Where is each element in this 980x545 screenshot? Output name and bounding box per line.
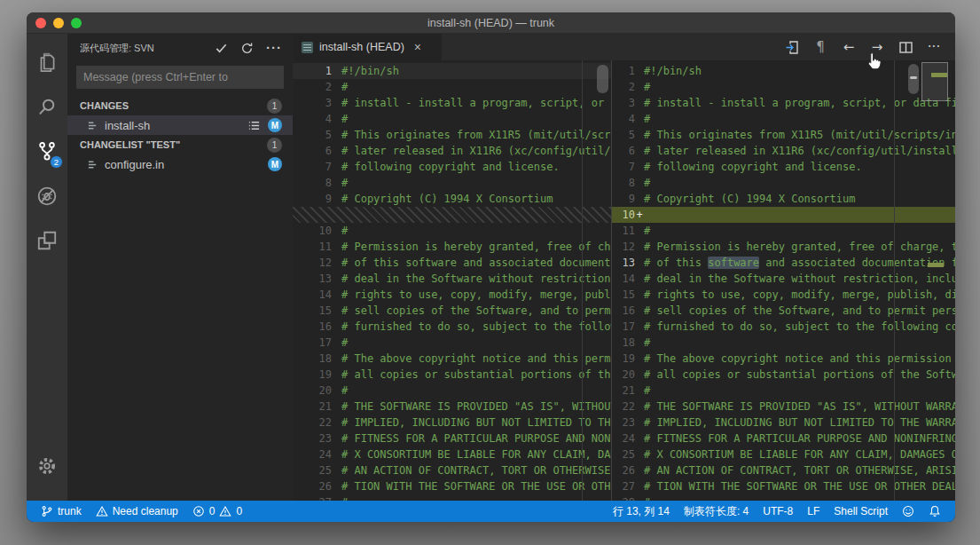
scrollbar[interactable] bbox=[597, 65, 608, 93]
code-line[interactable]: 24# FITNESS FOR A PARTICULAR PURPOSE AND… bbox=[612, 430, 955, 446]
code-line[interactable]: 1#!/bin/sh bbox=[612, 63, 955, 79]
tab-install-sh-head[interactable]: install-sh (HEAD) × bbox=[293, 34, 442, 60]
code-line[interactable]: 4# bbox=[612, 111, 955, 127]
code-line[interactable]: 26# TION WITH THE SOFTWARE OR THE USE OR… bbox=[293, 478, 611, 494]
code-line[interactable]: 23# IMPLIED, INCLUDING BUT NOT LIMITED T… bbox=[612, 415, 955, 430]
code-line[interactable]: 12# of this software and associated docu… bbox=[293, 255, 611, 271]
code-line[interactable]: 27# bbox=[293, 494, 611, 501]
code-line[interactable]: 17# bbox=[293, 335, 611, 351]
code-line[interactable]: 7# following copyright and license. bbox=[612, 159, 955, 175]
scrollbar[interactable] bbox=[908, 64, 919, 94]
code-line[interactable]: 27# TION WITH THE SOFTWARE OR THE USE OR… bbox=[612, 478, 955, 494]
code-line[interactable]: 7# following copyright and license. bbox=[293, 159, 611, 175]
code-line[interactable]: 15# sell copies of the Software, and to … bbox=[293, 303, 611, 319]
code-line[interactable]: 10+ bbox=[612, 207, 955, 223]
file-row-configure-in[interactable]: configure.in M bbox=[67, 154, 293, 174]
cursor-position-indicator[interactable]: 行 13, 列 14 bbox=[606, 501, 677, 522]
diff-original-pane[interactable]: 1#!/bin/sh2#3# install - install a progr… bbox=[293, 60, 612, 501]
source-control-icon[interactable]: 2 bbox=[27, 130, 67, 174]
code-line[interactable]: 9# Copyright (C) 1994 X Consortium bbox=[612, 191, 955, 207]
code-line[interactable]: 13# of this software and associated docu… bbox=[612, 255, 955, 271]
code-line[interactable]: 24# X CONSORTIUM BE LIABLE FOR ANY CLAIM… bbox=[293, 446, 611, 462]
file-row-install-sh[interactable]: install-sh M bbox=[67, 115, 293, 135]
more-actions-icon[interactable]: ··· bbox=[921, 34, 946, 60]
changes-section-header[interactable]: CHANGES 1 bbox=[67, 96, 293, 115]
code-line[interactable]: 5# This originates from X11R5 (mit/util/… bbox=[612, 127, 955, 143]
code-line[interactable]: 14# rights to use, copy, modify, merge, … bbox=[293, 287, 611, 303]
changelist-icon[interactable] bbox=[247, 119, 261, 132]
code-line[interactable]: 3# install - install a program, script, … bbox=[293, 95, 611, 111]
refresh-icon[interactable] bbox=[240, 42, 254, 55]
open-file-icon[interactable] bbox=[780, 34, 804, 60]
line-number: 7 bbox=[293, 159, 341, 175]
split-editor-icon[interactable] bbox=[893, 34, 918, 60]
code-line[interactable]: 12# Permission is hereby granted, free o… bbox=[612, 239, 955, 255]
code-line[interactable]: 6# later released in X11R6 (xc/config/ut… bbox=[293, 143, 611, 159]
encoding-indicator[interactable]: UTF-8 bbox=[756, 501, 800, 522]
code-line[interactable]: 2# bbox=[293, 79, 611, 95]
code-line[interactable]: 23# FITNESS FOR A PARTICULAR PURPOSE AND… bbox=[293, 430, 611, 446]
code-line[interactable]: 22# THE SOFTWARE IS PROVIDED "AS IS", WI… bbox=[612, 399, 955, 415]
code-line[interactable]: 11# Permission is hereby granted, free o… bbox=[293, 239, 611, 255]
tab-close-icon[interactable]: × bbox=[414, 41, 421, 53]
code-line[interactable]: 1#!/bin/sh bbox=[293, 63, 611, 79]
code-line[interactable]: 6# later released in X11R6 (xc/config/ut… bbox=[612, 143, 955, 159]
code-line[interactable]: 22# IMPLIED, INCLUDING BUT NOT LIMITED T… bbox=[293, 415, 611, 430]
tab-size-indicator[interactable]: 制表符长度: 4 bbox=[677, 501, 756, 522]
code-line[interactable]: 3# install - install a program, script, … bbox=[612, 95, 955, 111]
code-line[interactable]: 25# X CONSORTIUM BE LIABLE FOR ANY CLAIM… bbox=[612, 446, 955, 462]
line-number: 10 bbox=[293, 223, 341, 239]
code-line[interactable]: 25# AN ACTION OF CONTRACT, TORT OR OTHER… bbox=[293, 462, 611, 478]
code-line[interactable]: 15# rights to use, copy, modify, merge, … bbox=[612, 287, 955, 303]
previous-change-icon[interactable]: ← bbox=[836, 34, 861, 60]
code-line[interactable]: 17# furnished to do so, subject to the f… bbox=[612, 319, 955, 335]
feedback-smiley-icon[interactable] bbox=[895, 501, 921, 522]
code-line[interactable]: 11# bbox=[612, 223, 955, 239]
code-line[interactable]: 21# THE SOFTWARE IS PROVIDED "AS IS", WI… bbox=[293, 399, 611, 415]
code-line[interactable]: 19# The above copyright notice and this … bbox=[612, 351, 955, 367]
code-line[interactable]: 8# bbox=[293, 175, 611, 191]
code-line[interactable]: 26# AN ACTION OF CONTRACT, TORT OR OTHER… bbox=[612, 462, 955, 478]
code-line[interactable]: 19# all copies or substantial portions o… bbox=[293, 367, 611, 383]
close-window-button[interactable] bbox=[35, 18, 46, 28]
language-mode-indicator[interactable]: Shell Script bbox=[827, 501, 895, 522]
overview-ruler-viewport[interactable] bbox=[921, 62, 948, 101]
debug-icon[interactable] bbox=[27, 174, 67, 218]
cleanup-warning[interactable]: Need cleanup bbox=[89, 501, 185, 522]
toggle-whitespace-icon[interactable]: ¶ bbox=[808, 34, 833, 60]
code-line[interactable]: 18# The above copyright notice and this … bbox=[293, 351, 611, 367]
code-line[interactable]: 28# bbox=[612, 494, 955, 501]
branch-indicator[interactable]: trunk bbox=[34, 501, 89, 522]
code-line[interactable]: 18# bbox=[612, 335, 955, 351]
notifications-bell-icon[interactable] bbox=[921, 501, 948, 522]
changelist-section-header[interactable]: CHANGELIST "TEST" 1 bbox=[67, 135, 293, 154]
explorer-icon[interactable] bbox=[27, 41, 67, 85]
extensions-icon[interactable] bbox=[27, 218, 67, 263]
code-line[interactable]: 20# bbox=[293, 383, 611, 399]
code-line[interactable]: 13# deal in the Software without restric… bbox=[293, 271, 611, 287]
code-line[interactable]: 16# sell copies of the Software, and to … bbox=[612, 303, 955, 319]
minimize-window-button[interactable] bbox=[53, 18, 64, 28]
code-line[interactable]: 21# bbox=[612, 383, 955, 399]
problems-indicator[interactable]: 0 0 bbox=[185, 501, 249, 522]
code-line[interactable]: 10# bbox=[293, 223, 611, 239]
code-line[interactable]: 20# all copies or substantial portions o… bbox=[612, 367, 955, 383]
maximize-window-button[interactable] bbox=[71, 18, 82, 28]
code-line[interactable]: 14# deal in the Software without restric… bbox=[612, 271, 955, 287]
search-icon[interactable] bbox=[27, 85, 67, 130]
code-line[interactable]: 2# bbox=[612, 79, 955, 95]
code-line[interactable]: 16# furnished to do so, subject to the f… bbox=[293, 319, 611, 335]
commit-check-icon[interactable] bbox=[215, 42, 228, 55]
diff-added-mark bbox=[931, 73, 947, 77]
settings-gear-icon[interactable] bbox=[27, 444, 67, 488]
code-line[interactable]: 8# bbox=[612, 175, 955, 191]
code-line[interactable]: 9# Copyright (C) 1994 X Consortium bbox=[293, 191, 611, 207]
code-line[interactable]: 4# bbox=[293, 111, 611, 127]
commit-message-input[interactable] bbox=[76, 66, 284, 89]
code-text: # bbox=[644, 494, 650, 501]
code-line[interactable]: 5# This originates from X11R5 (mit/util/… bbox=[293, 127, 611, 143]
eol-indicator[interactable]: LF bbox=[800, 501, 827, 522]
next-change-icon[interactable]: → bbox=[865, 34, 890, 60]
diff-modified-pane[interactable]: 1#!/bin/sh2#3# install - install a progr… bbox=[612, 60, 955, 501]
more-actions-icon[interactable]: ··· bbox=[266, 43, 282, 52]
